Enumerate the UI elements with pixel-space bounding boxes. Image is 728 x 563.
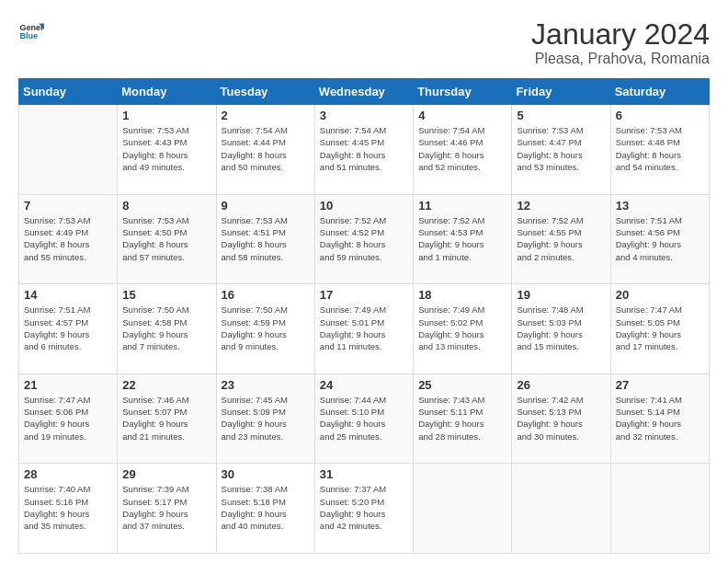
table-row: 10Sunrise: 7:52 AM Sunset: 4:52 PM Dayli… [314, 194, 413, 284]
calendar-week-row: 21Sunrise: 7:47 AM Sunset: 5:06 PM Dayli… [19, 373, 710, 464]
day-number: 22 [122, 378, 210, 392]
day-number: 19 [517, 288, 605, 302]
header-wednesday: Wednesday [314, 79, 413, 105]
day-info: Sunrise: 7:47 AM Sunset: 5:05 PM Dayligh… [616, 304, 704, 352]
day-number: 17 [320, 288, 408, 302]
svg-text:Blue: Blue [19, 31, 38, 40]
calendar-week-row: 28Sunrise: 7:40 AM Sunset: 5:16 PM Dayli… [19, 464, 710, 554]
table-row [512, 464, 610, 554]
day-info: Sunrise: 7:52 AM Sunset: 4:52 PM Dayligh… [320, 214, 408, 263]
table-row: 18Sunrise: 7:49 AM Sunset: 5:02 PM Dayli… [414, 284, 512, 374]
day-info: Sunrise: 7:46 AM Sunset: 5:07 PM Dayligh… [122, 394, 210, 442]
day-number: 8 [122, 199, 210, 213]
day-number: 27 [616, 378, 704, 392]
table-row: 27Sunrise: 7:41 AM Sunset: 5:14 PM Dayli… [610, 373, 709, 464]
day-info: Sunrise: 7:47 AM Sunset: 5:06 PM Dayligh… [24, 394, 112, 442]
logo: General Blue [18, 18, 44, 44]
day-info: Sunrise: 7:51 AM Sunset: 4:57 PM Dayligh… [24, 304, 112, 352]
day-number: 9 [222, 199, 310, 213]
day-info: Sunrise: 7:51 AM Sunset: 4:56 PM Dayligh… [616, 214, 704, 263]
day-info: Sunrise: 7:49 AM Sunset: 5:02 PM Dayligh… [418, 304, 506, 352]
day-number: 2 [222, 109, 310, 122]
day-info: Sunrise: 7:49 AM Sunset: 5:01 PM Dayligh… [320, 304, 408, 352]
day-number: 23 [222, 378, 310, 392]
calendar-week-row: 14Sunrise: 7:51 AM Sunset: 4:57 PM Dayli… [19, 284, 710, 374]
table-row: 5Sunrise: 7:53 AM Sunset: 4:47 PM Daylig… [512, 105, 610, 195]
table-row: 13Sunrise: 7:51 AM Sunset: 4:56 PM Dayli… [610, 194, 709, 284]
calendar-table: Sunday Monday Tuesday Wednesday Thursday… [18, 78, 710, 554]
day-number: 24 [320, 378, 408, 392]
day-info: Sunrise: 7:41 AM Sunset: 5:14 PM Dayligh… [616, 394, 704, 442]
day-info: Sunrise: 7:53 AM Sunset: 4:51 PM Dayligh… [222, 214, 310, 263]
day-info: Sunrise: 7:42 AM Sunset: 5:13 PM Dayligh… [517, 394, 605, 442]
day-info: Sunrise: 7:50 AM Sunset: 4:59 PM Dayligh… [222, 304, 310, 352]
table-row: 30Sunrise: 7:38 AM Sunset: 5:18 PM Dayli… [216, 464, 314, 554]
day-info: Sunrise: 7:52 AM Sunset: 4:55 PM Dayligh… [517, 214, 605, 263]
calendar-week-row: 7Sunrise: 7:53 AM Sunset: 4:49 PM Daylig… [19, 194, 710, 284]
table-row: 3Sunrise: 7:54 AM Sunset: 4:45 PM Daylig… [314, 105, 413, 195]
calendar-title: January 2024 [531, 18, 710, 51]
day-number: 5 [517, 109, 605, 122]
day-number: 28 [24, 467, 112, 481]
day-number: 7 [24, 199, 112, 213]
day-number: 26 [517, 378, 605, 392]
day-info: Sunrise: 7:44 AM Sunset: 5:10 PM Dayligh… [320, 394, 408, 442]
day-info: Sunrise: 7:50 AM Sunset: 4:58 PM Dayligh… [122, 304, 210, 352]
day-number: 1 [122, 109, 210, 122]
day-info: Sunrise: 7:53 AM Sunset: 4:50 PM Dayligh… [122, 214, 210, 263]
day-info: Sunrise: 7:40 AM Sunset: 5:16 PM Dayligh… [24, 483, 112, 532]
table-row: 31Sunrise: 7:37 AM Sunset: 5:20 PM Dayli… [314, 464, 413, 554]
header: General Blue January 2024 Pleasa, Prahov… [18, 18, 710, 67]
day-number: 29 [122, 467, 210, 481]
logo-icon: General Blue [18, 18, 44, 44]
day-info: Sunrise: 7:53 AM Sunset: 4:48 PM Dayligh… [616, 124, 704, 173]
table-row: 19Sunrise: 7:48 AM Sunset: 5:03 PM Dayli… [512, 284, 610, 374]
day-info: Sunrise: 7:54 AM Sunset: 4:44 PM Dayligh… [222, 124, 310, 173]
day-info: Sunrise: 7:48 AM Sunset: 5:03 PM Dayligh… [517, 304, 605, 352]
table-row [414, 464, 512, 554]
table-row [19, 105, 118, 195]
table-row: 11Sunrise: 7:52 AM Sunset: 4:53 PM Dayli… [414, 194, 512, 284]
table-row: 17Sunrise: 7:49 AM Sunset: 5:01 PM Dayli… [314, 284, 413, 374]
day-info: Sunrise: 7:52 AM Sunset: 4:53 PM Dayligh… [418, 214, 506, 263]
table-row [610, 464, 709, 554]
table-row: 4Sunrise: 7:54 AM Sunset: 4:46 PM Daylig… [414, 105, 512, 195]
table-row: 28Sunrise: 7:40 AM Sunset: 5:16 PM Dayli… [19, 464, 118, 554]
day-number: 25 [418, 378, 506, 392]
table-row: 29Sunrise: 7:39 AM Sunset: 5:17 PM Dayli… [118, 464, 216, 554]
calendar-subtitle: Pleasa, Prahova, Romania [531, 51, 710, 67]
day-number: 18 [418, 288, 506, 302]
day-number: 4 [418, 109, 506, 122]
day-info: Sunrise: 7:39 AM Sunset: 5:17 PM Dayligh… [122, 483, 210, 532]
table-row: 6Sunrise: 7:53 AM Sunset: 4:48 PM Daylig… [610, 105, 709, 195]
table-row: 2Sunrise: 7:54 AM Sunset: 4:44 PM Daylig… [216, 105, 314, 195]
header-sunday: Sunday [19, 79, 118, 105]
table-row: 21Sunrise: 7:47 AM Sunset: 5:06 PM Dayli… [19, 373, 118, 464]
table-row: 22Sunrise: 7:46 AM Sunset: 5:07 PM Dayli… [118, 373, 216, 464]
day-number: 13 [616, 199, 704, 213]
header-thursday: Thursday [414, 79, 512, 105]
day-info: Sunrise: 7:54 AM Sunset: 4:46 PM Dayligh… [418, 124, 506, 173]
day-number: 16 [222, 288, 310, 302]
day-number: 21 [24, 378, 112, 392]
day-number: 30 [222, 467, 310, 481]
day-number: 20 [616, 288, 704, 302]
table-row: 24Sunrise: 7:44 AM Sunset: 5:10 PM Dayli… [314, 373, 413, 464]
table-row: 1Sunrise: 7:53 AM Sunset: 4:43 PM Daylig… [118, 105, 216, 195]
day-number: 14 [24, 288, 112, 302]
table-row: 15Sunrise: 7:50 AM Sunset: 4:58 PM Dayli… [118, 284, 216, 374]
day-info: Sunrise: 7:54 AM Sunset: 4:45 PM Dayligh… [320, 124, 408, 173]
header-saturday: Saturday [610, 79, 709, 105]
day-number: 31 [320, 467, 408, 481]
day-number: 15 [122, 288, 210, 302]
day-number: 3 [320, 109, 408, 122]
table-row: 9Sunrise: 7:53 AM Sunset: 4:51 PM Daylig… [216, 194, 314, 284]
day-info: Sunrise: 7:43 AM Sunset: 5:11 PM Dayligh… [418, 394, 506, 442]
title-area: January 2024 Pleasa, Prahova, Romania [531, 18, 710, 67]
day-number: 6 [616, 109, 704, 122]
table-row: 26Sunrise: 7:42 AM Sunset: 5:13 PM Dayli… [512, 373, 610, 464]
calendar-week-row: 1Sunrise: 7:53 AM Sunset: 4:43 PM Daylig… [19, 105, 710, 195]
table-row: 7Sunrise: 7:53 AM Sunset: 4:49 PM Daylig… [19, 194, 118, 284]
table-row: 25Sunrise: 7:43 AM Sunset: 5:11 PM Dayli… [414, 373, 512, 464]
table-row: 8Sunrise: 7:53 AM Sunset: 4:50 PM Daylig… [118, 194, 216, 284]
